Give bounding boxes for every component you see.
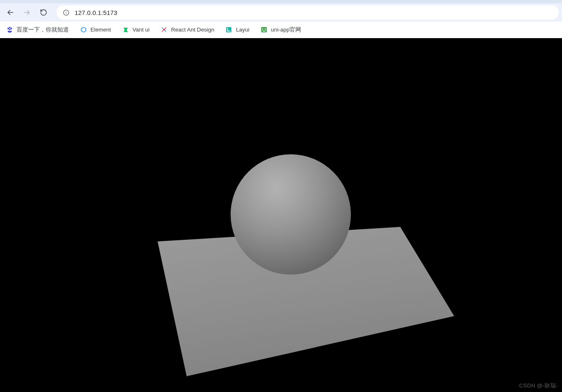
element-icon xyxy=(80,26,87,34)
bookmark-label: Element xyxy=(90,27,111,33)
bookmark-label: Vant ui xyxy=(133,27,150,33)
site-info-icon[interactable] xyxy=(62,9,70,16)
forward-button[interactable] xyxy=(20,5,34,19)
watermark: CSDN @-耿瑞- xyxy=(519,382,558,390)
url-text: 127.0.0.1:5173 xyxy=(75,9,117,16)
svg-rect-8 xyxy=(226,27,232,32)
bookmark-vant[interactable]: Vant ui xyxy=(122,26,150,34)
arrow-left-icon xyxy=(7,9,14,16)
bookmark-label: Layui xyxy=(236,27,249,33)
bookmark-label: 百度一下，你就知道 xyxy=(17,26,69,34)
reload-icon xyxy=(40,9,47,16)
address-bar[interactable]: 127.0.0.1:5173 xyxy=(56,5,559,19)
svg-point-7 xyxy=(163,29,165,30)
sphere-mesh xyxy=(231,154,351,275)
bookmark-layui[interactable]: Layui xyxy=(225,26,249,34)
baidu-icon xyxy=(6,26,13,34)
bookmark-baidu[interactable]: 百度一下，你就知道 xyxy=(6,26,69,34)
bookmark-label: React Ant Design xyxy=(171,27,214,33)
bookmark-antd[interactable]: React Ant Design xyxy=(161,26,214,34)
bookmark-uniapp[interactable]: uni-app官网 xyxy=(260,26,301,34)
antd-icon xyxy=(161,26,168,34)
webgl-viewport[interactable]: CSDN @-耿瑞- xyxy=(0,38,562,392)
bookmark-element[interactable]: Element xyxy=(80,26,111,34)
browser-toolbar: 127.0.0.1:5173 xyxy=(0,3,562,22)
reload-button[interactable] xyxy=(36,5,51,19)
tab-strip xyxy=(0,0,562,3)
uniapp-icon xyxy=(260,26,268,34)
bookmark-label: uni-app官网 xyxy=(271,26,301,34)
back-button[interactable] xyxy=(3,5,17,19)
arrow-right-icon xyxy=(23,9,31,16)
vant-icon xyxy=(122,26,129,34)
layui-icon xyxy=(225,26,233,34)
bookmarks-bar: 百度一下，你就知道 Element Vant ui React Ant Desi… xyxy=(0,22,562,38)
